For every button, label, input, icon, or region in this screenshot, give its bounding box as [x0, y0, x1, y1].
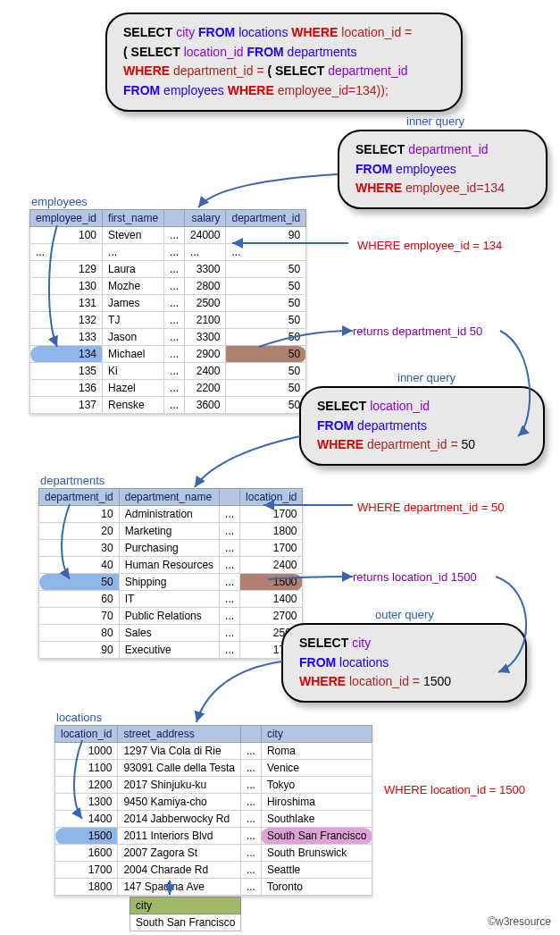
- employees-title: employees: [31, 195, 88, 208]
- returns-loc-label: returns location_id 1500: [353, 570, 477, 584]
- query-line: SELECT city: [299, 634, 509, 653]
- table-row: 133Jason...330050: [30, 329, 306, 346]
- query-line: WHERE department_id = ( SELECT departmen…: [123, 62, 445, 81]
- table-row: 1800147 Spadina Ave...Toronto: [55, 879, 372, 896]
- table-row: 80Sales...2500: [39, 625, 303, 642]
- table-row: 30Purchasing...1700: [39, 540, 303, 557]
- table-row: 129Laura...330050: [30, 261, 306, 278]
- departments-table: department_id department_name location_i…: [38, 488, 303, 659]
- employees-table: employee_id first_name salary department…: [29, 209, 306, 414]
- table-row: 135Ki...240050: [30, 363, 306, 380]
- table-row: 17002004 Charade Rd...Seattle: [55, 862, 372, 879]
- table-row: 13009450 Kamiya-cho...Hiroshima: [55, 794, 372, 811]
- table-row: 136Hazel...220050: [30, 380, 306, 397]
- inner-query-label-2: inner query: [397, 371, 456, 384]
- query-line: WHERE department_id = 50: [317, 435, 527, 455]
- query-line: FROM departments: [317, 417, 527, 436]
- query-line: ( SELECT location_id FROM departments: [123, 43, 445, 63]
- table-row: 40Human Resources...2400: [39, 557, 303, 574]
- table-header-row: employee_id first_name salary department…: [30, 210, 306, 227]
- table-row: 137Renske...360050: [30, 397, 306, 414]
- table-row: 14002014 Jabberwocky Rd...Southlake: [55, 811, 372, 828]
- table-row: 20Marketing...1800: [39, 523, 303, 540]
- table-header-row: department_id department_name location_i…: [39, 489, 303, 506]
- table-row: 15002011 Interiors Blvd...South San Fran…: [55, 828, 372, 845]
- table-row: 10Administration...1700: [39, 506, 303, 523]
- inner-query-box-2: SELECT location_id FROM departments WHER…: [299, 386, 545, 466]
- outer-query-box: SELECT city FROM locations WHERE locatio…: [281, 623, 527, 703]
- result-header: city: [130, 897, 241, 914]
- inner-query-label: inner query: [406, 114, 464, 128]
- table-row: 16002007 Zagora St...South Brunswick: [55, 845, 372, 862]
- query-line: SELECT location_id: [317, 397, 527, 417]
- outer-query-label: outer query: [375, 608, 434, 621]
- query-line: WHERE employee_id=134: [355, 179, 530, 198]
- where-dept-label: WHERE department_id = 50: [357, 501, 504, 514]
- table-row: 60IT...1400: [39, 591, 303, 608]
- locations-title: locations: [56, 711, 102, 724]
- table-row: 100Steven...2400090: [30, 227, 306, 244]
- result-table: city South San Francisco: [130, 897, 241, 931]
- locations-table: location_id street_address city 10001297…: [54, 725, 372, 896]
- departments-title: departments: [40, 474, 104, 487]
- table-row: 90Executive...1700: [39, 642, 303, 659]
- table-row: 132TJ...210050: [30, 312, 306, 329]
- table-row: ...............: [30, 244, 306, 261]
- query-line: FROM locations: [299, 653, 509, 673]
- where-loc-label: WHERE location_id = 1500: [384, 783, 525, 796]
- table-header-row: location_id street_address city: [55, 726, 372, 743]
- query-line: FROM employees WHERE employee_id=134));: [123, 81, 445, 101]
- table-row: 10001297 Via Cola di Rie...Roma: [55, 743, 372, 760]
- table-row: 134Michael...290050: [30, 346, 306, 363]
- returns-dept-label: returns department_id 50: [353, 324, 482, 338]
- inner-query-box-1: SELECT department_id FROM employees WHER…: [338, 130, 547, 209]
- table-row: 131James...250050: [30, 295, 306, 312]
- query-line: SELECT department_id: [355, 140, 530, 160]
- query-line: SELECT city FROM locations WHERE locatio…: [123, 23, 445, 43]
- where-134-label: WHERE employee_id = 134: [357, 239, 502, 252]
- query-line: WHERE location_id = 1500: [299, 672, 509, 692]
- table-row: 12002017 Shinjuku-ku...Tokyo: [55, 777, 372, 794]
- table-row: 50Shipping...1500: [39, 574, 303, 591]
- query-line: FROM employees: [355, 160, 530, 180]
- table-row: 70Public Relations...2700: [39, 608, 303, 625]
- copyright: ©w3resource: [488, 915, 551, 928]
- top-query-box: SELECT city FROM locations WHERE locatio…: [105, 13, 463, 112]
- table-row: 110093091 Calle della Testa...Venice: [55, 760, 372, 777]
- result-value: South San Francisco: [130, 914, 241, 931]
- table-row: 130Mozhe...280050: [30, 278, 306, 295]
